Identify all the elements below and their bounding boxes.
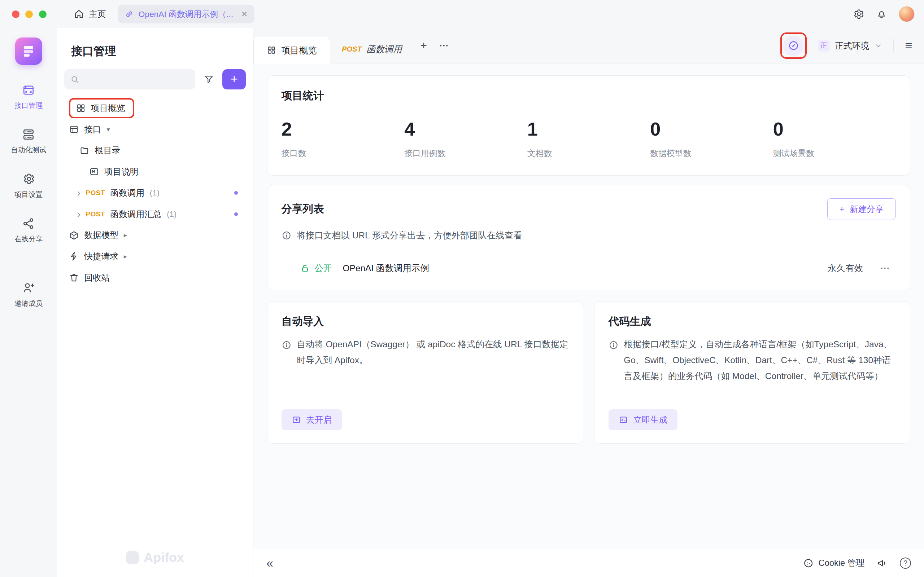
enable-auto-import-button[interactable]: 去开启 [281,409,342,430]
tree-item-label: 函数调用汇总 [110,208,162,220]
stat-test-scenarios: 0 测试场景数 [773,118,896,159]
share-list-row[interactable]: 公开 OPenAI 函数调用示例 永久有效 [281,251,896,285]
tab-post-endpoint[interactable]: POST 函数调用 [330,36,414,63]
trash-icon [69,272,79,283]
annotation-red-box-env-icon [780,32,807,59]
rail-item-label: 接口管理 [15,101,43,110]
api-group-icon [69,124,79,134]
apifox-logo[interactable] [15,37,42,64]
new-share-button[interactable]: + 新建分享 [827,198,896,220]
tree-item-label: 回收站 [84,272,110,284]
terminal-code-icon [619,415,628,424]
tree-item-api-group[interactable]: 接口 ▾ [64,119,246,140]
stat-docs: 1 文档数 [527,118,650,159]
stat-value: 0 [773,118,896,140]
collapse-sidebar-icon[interactable]: « [267,557,273,569]
sidebar-search-row: + [57,69,253,97]
filter-button[interactable] [200,70,218,88]
folder-icon [79,146,89,156]
overview-grid-icon [76,103,86,113]
stat-value: 4 [404,118,527,140]
rail-item-online-share[interactable]: 在线分享 [15,217,43,244]
debug-compass-button[interactable] [783,36,803,56]
http-method-badge: POST [86,189,105,197]
cookie-manager-button[interactable]: Cookie 管理 [803,557,864,569]
tree-item-trash[interactable]: 回收站 [64,267,246,288]
share-list-card: 分享列表 + 新建分享 将接口文档以 URL 形式分享出去，方便外部团队在线查看 [267,185,911,290]
search-input[interactable] [64,69,195,89]
share-more-button[interactable] [880,263,890,273]
project-tab[interactable]: OpenAI 函数调用示例（... × [118,5,254,23]
add-new-button[interactable]: + [222,69,246,89]
tree-item-project-overview[interactable]: 项目概览 [64,98,246,119]
generate-code-button[interactable]: 立即生成 [609,409,677,430]
tab-project-overview[interactable]: 项目概览 [254,36,330,64]
code-generation-card: 代码生成 根据接口/模型定义，自动生成各种语言/框架（如TypeScript、J… [594,301,911,443]
code-generation-desc-text: 根据接口/模型定义，自动生成各种语言/框架（如TypeScript、Java、G… [624,337,896,384]
stats-row: 2 接口数 4 接口用例数 1 文档数 0 数据 [281,118,896,159]
minimize-window-button[interactable] [25,10,33,18]
tree-item-endpoint-group[interactable]: › POST 函数调用 (1) [64,182,246,204]
rail-item-automated-testing[interactable]: 自动化测试 [11,128,46,155]
caret-down-icon[interactable]: ▾ [107,126,110,134]
share-row-right: 永久有效 [828,262,890,274]
stat-label: 测试场景数 [773,148,896,159]
enable-auto-import-label: 去开启 [306,414,332,425]
info-icon [609,340,619,384]
chevron-right-icon[interactable]: › [77,188,81,198]
overview-grid-icon [267,45,276,55]
apifox-watermark: Apifox [57,541,253,577]
tree-item-root-folder[interactable]: 根目录 [64,140,246,161]
filter-funnel-icon [204,74,214,84]
rail-item-label: 邀请成员 [15,298,43,308]
main-footer: « Cookie 管理 ? [254,549,924,577]
tree-item-project-doc[interactable]: 项目说明 [64,161,246,182]
endpoint-count: (1) [167,210,176,219]
announcement-icon[interactable] [877,558,887,568]
chevron-right-icon[interactable]: › [77,209,81,219]
markdown-doc-icon [89,167,99,177]
titlebar-actions [853,6,914,22]
lightning-icon [69,251,79,261]
close-window-button[interactable] [12,10,19,18]
invite-members-icon [22,281,35,294]
tab-more-button[interactable] [433,36,454,56]
settings-gear-icon[interactable] [853,8,864,20]
share-visibility: 公开 [300,262,332,274]
traffic-lights [8,10,47,18]
close-tab-icon[interactable]: × [241,9,247,19]
stat-endpoints: 2 接口数 [281,118,405,159]
rail-item-label: 自动化测试 [11,145,46,155]
rail-item-api-management[interactable]: 接口管理 [15,84,43,110]
caret-right-icon[interactable]: ▸ [124,253,127,260]
user-avatar[interactable] [899,6,914,22]
tree-item-label: 项目概览 [91,102,125,114]
link-icon [125,10,134,18]
home-tab[interactable]: 主页 [68,5,112,23]
tree-item-quick-request[interactable]: 快捷请求 ▸ [64,246,246,267]
search-icon [70,75,79,84]
more-dots-icon [439,40,449,51]
tree-item-label: 快捷请求 [84,251,118,262]
help-icon[interactable]: ? [900,558,911,569]
share-card-description: 将接口文档以 URL 形式分享出去，方便外部团队在线查看 [281,229,896,251]
stat-label: 文档数 [527,148,650,159]
info-icon [281,230,292,240]
environment-selector[interactable]: 正 正式环境 [815,40,884,52]
cube-icon [69,230,79,240]
tree-item-label: 函数调用 [110,187,145,199]
zoom-window-button[interactable] [39,10,47,18]
rail-item-project-settings[interactable]: 项目设置 [15,172,43,199]
plus-icon: + [420,39,427,52]
notifications-bell-icon[interactable] [876,8,888,20]
lock-open-icon [300,264,310,273]
stats-card-title: 项目统计 [281,89,896,103]
new-tab-button[interactable]: + [414,36,434,56]
annotation-red-box-overview: 项目概览 [69,98,134,118]
tree-item-data-models[interactable]: 数据模型 ▸ [64,225,246,246]
rail-item-invite-members[interactable]: 邀请成员 [15,281,43,308]
hamburger-menu-icon[interactable]: ≡ [903,39,914,53]
plus-icon: + [231,72,238,86]
tree-item-endpoint-group[interactable]: › POST 函数调用汇总 (1) [64,203,246,225]
caret-right-icon[interactable]: ▸ [124,231,127,239]
